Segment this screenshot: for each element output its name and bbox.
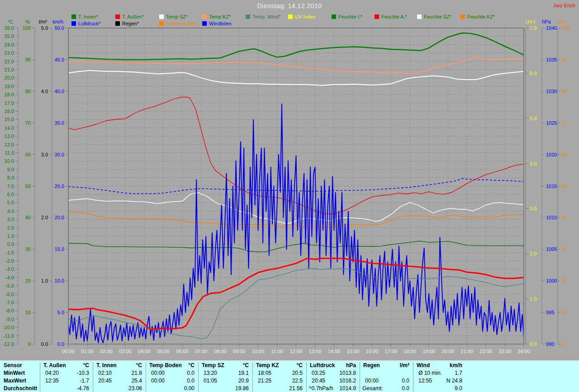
x-tick-label: 22:00	[479, 349, 492, 354]
min-time: 13:20	[204, 370, 217, 377]
x-tick-label: 03:00	[119, 349, 132, 354]
svg-text:1025: 1025	[546, 120, 557, 126]
svg-text:0.0: 0.0	[530, 341, 536, 347]
legend-item-feuchte-i: Feuchte I.*	[332, 14, 362, 20]
svg-text:1.0: 1.0	[7, 233, 14, 239]
svg-text:4.0: 4.0	[7, 208, 14, 214]
credit-label: Jarz Erich	[553, 3, 575, 8]
legend-label: Sonnenschein	[166, 21, 198, 26]
feuchte-a-swatch-icon	[375, 14, 379, 19]
regen-swatch-icon	[115, 21, 120, 26]
uv-index-swatch-icon	[288, 14, 293, 19]
svg-text:5.0: 5.0	[530, 116, 536, 121]
svg-text:15.0: 15.0	[5, 117, 14, 122]
t-aussen-swatch-icon	[115, 14, 120, 19]
legend-label: UV Index	[295, 14, 315, 19]
legend-label: Feuchte A.*	[381, 14, 407, 19]
avg-value: 19.86	[216, 385, 249, 392]
temp-wind-swatch-icon	[246, 14, 250, 19]
max-time: 20:45	[312, 378, 325, 384]
legend-label: Temp KZ*	[209, 14, 231, 19]
luftdruck-swatch-icon	[71, 21, 76, 26]
x-tick-label: 06:00	[176, 349, 189, 354]
series-t-innen	[68, 33, 524, 60]
x-tick-label: 15:00	[347, 349, 360, 354]
legend-item-temp-sz: Temp SZ*	[159, 14, 188, 20]
x-tick-label: 18:00	[404, 349, 417, 354]
legend-item-temp-kz: Temp KZ*	[202, 14, 231, 20]
svg-text:1.0: 1.0	[530, 296, 536, 302]
row-label: Sensor	[4, 362, 22, 369]
weather-station-window: 00:0001:0002:0003:0004:0005:0006:0007:00…	[0, 0, 579, 392]
legend-item-feuchte-sz: Feuchte SZ*	[417, 14, 451, 20]
svg-text:1005: 1005	[546, 246, 557, 252]
x-tick-label: 21:00	[460, 349, 473, 354]
svg-text:0: 0	[562, 341, 565, 347]
svg-text:-9.0: -9.0	[5, 316, 14, 322]
avg-value: -4.76	[58, 385, 89, 392]
svg-text:1020: 1020	[546, 152, 557, 157]
chart-plot: 00:0001:0002:0003:0004:0005:0006:0007:00…	[0, 0, 579, 359]
max-time: 20:45	[98, 378, 112, 384]
x-tick-label: 04:00	[138, 349, 151, 354]
legend-item-t-innen: T. Innen*	[71, 14, 98, 20]
svg-text:-3.0: -3.0	[5, 266, 14, 272]
svg-text:50: 50	[562, 184, 567, 189]
svg-text:6.0: 6.0	[530, 71, 536, 76]
svg-text:10: 10	[25, 310, 31, 315]
svg-text:100: 100	[23, 25, 31, 31]
svg-text:-12.0: -12.0	[3, 341, 14, 347]
avg-value: 1014.9	[324, 385, 356, 392]
svg-text:1010: 1010	[546, 215, 557, 220]
svg-text:1000: 1000	[546, 278, 557, 283]
svg-text:17.0: 17.0	[5, 100, 14, 106]
avg-value: 0.0	[378, 385, 409, 392]
sensor-unit: °C	[252, 362, 303, 369]
svg-text:-2.0: -2.0	[5, 258, 14, 264]
avg-value: 23.06	[111, 385, 142, 392]
row-label: MinWert	[4, 370, 25, 377]
svg-text:80: 80	[562, 89, 567, 94]
temp-kz-swatch-icon	[202, 14, 207, 19]
sensor-unit: hPa	[306, 362, 356, 369]
svg-text:7.0: 7.0	[7, 184, 14, 189]
svg-text:21.0: 21.0	[5, 67, 14, 72]
legend-item-regen: Regen*	[115, 21, 139, 27]
svg-text:20: 20	[562, 278, 567, 283]
max-time: 21:25	[258, 378, 271, 384]
windboeen-swatch-icon	[202, 21, 207, 26]
stats-table: SensorMinWertMaxWertDurchschnittT. Außen…	[0, 360, 579, 392]
svg-text:0.0: 0.0	[7, 241, 14, 247]
legend-label: T. Außen*	[122, 14, 144, 19]
svg-text:995: 995	[546, 310, 554, 315]
axis-unit-uv: UV-I	[526, 19, 535, 24]
x-tick-label: 14:00	[328, 349, 341, 354]
svg-text:1015: 1015	[546, 184, 557, 189]
x-tick-label: 17:00	[385, 349, 398, 354]
x-tick-label: 00:00	[62, 349, 75, 354]
avg-value: 9.0	[431, 385, 462, 392]
svg-text:4.0: 4.0	[530, 161, 536, 166]
min-value: -10.3	[58, 370, 89, 377]
svg-text:2.0: 2.0	[530, 251, 536, 256]
axis-unit-wind: km/h	[52, 19, 63, 24]
legend-item-feuchte-a: Feuchte A.*	[375, 14, 407, 20]
svg-text:5.0: 5.0	[57, 310, 64, 315]
legend-item-feuchte-kz: Feuchte KZ*	[460, 14, 495, 20]
min-value: 20.5	[271, 370, 303, 377]
max-value: 1016.2	[324, 378, 356, 384]
min-time: 00:00	[151, 370, 165, 377]
legend-item-temp-wind: Temp. Wind*	[246, 14, 280, 20]
page-title: Dienstag, 14.12.2010	[0, 2, 579, 9]
temp-sz-swatch-icon	[159, 14, 164, 19]
x-tick-label: 13:00	[309, 349, 322, 354]
svg-text:70: 70	[25, 120, 31, 126]
svg-text:20.0: 20.0	[55, 215, 64, 220]
max-value: -1.7	[58, 378, 89, 384]
max-time: 00:00	[365, 378, 379, 384]
svg-text:12.0: 12.0	[5, 142, 14, 147]
svg-text:2.0: 2.0	[7, 225, 14, 231]
x-tick-label: 11:00	[271, 349, 283, 354]
svg-text:8.0: 8.0	[7, 175, 14, 180]
legend-item-sonnenschein: Sonnenschein	[159, 21, 198, 27]
